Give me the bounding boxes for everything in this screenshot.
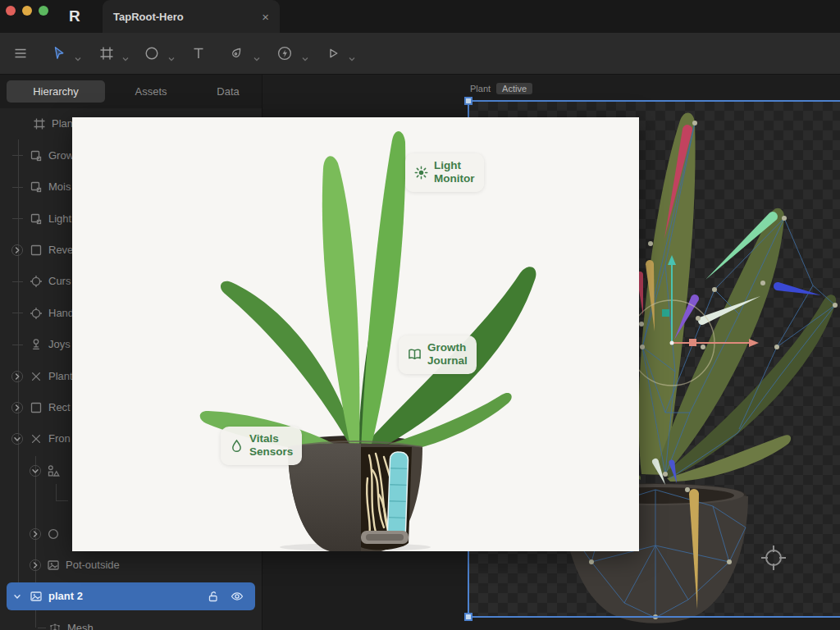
origin-crosshair-icon[interactable] [761, 546, 786, 570]
callout-label: Light [434, 159, 461, 171]
tree-item-label: Fron [48, 432, 71, 445]
rect-icon [30, 401, 43, 414]
zoom-window-button[interactable] [39, 6, 48, 16]
tree-item-label: Mois [48, 180, 71, 193]
expand-arrow-icon[interactable] [11, 370, 24, 383]
pen-tool-dropdown-icon[interactable] [253, 50, 260, 65]
artboard-status-badge[interactable]: Active [496, 83, 532, 94]
toolbar [0, 33, 840, 75]
lock-icon[interactable] [207, 590, 220, 603]
callout-label: Growth [427, 341, 466, 354]
artboard-header: Plant Active [470, 83, 532, 94]
tree-item-label: Mesh [67, 622, 94, 630]
shapes-icon [47, 464, 60, 477]
artboard-name-label[interactable]: Plant [470, 84, 491, 94]
tree-connector-tick [12, 345, 23, 345]
selection-handle-bottom-left[interactable] [464, 613, 472, 621]
tree-item-label: Hand [48, 307, 74, 319]
document-tab[interactable]: TapRoot-Hero × [103, 0, 280, 33]
play-tool-icon[interactable] [325, 44, 341, 62]
close-window-button[interactable] [6, 6, 16, 16]
layout-icon [30, 212, 43, 226]
layout-icon [30, 180, 43, 194]
tree-item-mesh[interactable]: Mesh [0, 613, 262, 630]
callout-label: Vitals [249, 432, 279, 445]
collapse-arrow-icon[interactable] [29, 464, 42, 477]
tree-item-pot-outside[interactable]: Pot-outside [0, 550, 262, 581]
pen-tool-icon[interactable] [228, 44, 244, 62]
window-controls [6, 6, 48, 16]
tree-item-label: plant 2 [48, 590, 83, 602]
ellipse-tool-icon[interactable] [144, 44, 160, 62]
target-icon [30, 307, 43, 320]
select-tool-dropdown-icon[interactable] [75, 50, 81, 65]
callout-label: Journal [427, 354, 468, 367]
titlebar: R TapRoot-Hero × [0, 0, 840, 33]
ellipse-icon [47, 527, 60, 541]
callout-vitals-sensors: Vitals Sensors [221, 427, 302, 465]
tree-connector-tick [12, 281, 23, 282]
hero-plant-illustration [72, 117, 639, 551]
tree-item-label: Curs [48, 275, 71, 287]
tree-item-label: Rect [48, 401, 71, 413]
frame-tool-dropdown-icon[interactable] [122, 50, 129, 65]
expand-arrow-icon[interactable] [29, 559, 42, 572]
target-icon [30, 275, 43, 288]
image-icon [47, 559, 60, 572]
document-tab-title: TapRoot-Hero [113, 11, 262, 23]
rive-editor-window: R TapRoot-Hero × [0, 0, 840, 630]
node-icon [30, 370, 43, 383]
callout-light-monitor: Light Monitor [405, 153, 484, 192]
eye-icon[interactable] [231, 590, 244, 603]
expand-arrow-icon[interactable] [11, 401, 24, 414]
frame-tool-icon[interactable] [98, 44, 115, 62]
artboard-icon [33, 117, 46, 130]
sun-icon [414, 166, 428, 180]
rect-icon [30, 244, 43, 257]
node-icon [30, 432, 43, 445]
minimize-window-button[interactable] [22, 6, 32, 16]
play-tool-dropdown-icon[interactable] [349, 50, 355, 65]
tree-item-label: Joys [48, 338, 71, 350]
hero-image-overlay: Light Monitor Growth Journal Vitals Sens… [72, 117, 639, 551]
expand-arrow-icon[interactable] [29, 527, 42, 541]
tree-connector-tick [12, 313, 23, 313]
animate-tool-dropdown-icon[interactable] [302, 50, 308, 65]
tree-connector-tick [12, 187, 23, 188]
expand-arrow-icon[interactable] [11, 244, 24, 257]
tree-connector-tick [38, 628, 46, 628]
callout-label: Sensors [249, 445, 293, 458]
collapse-arrow-icon[interactable] [11, 590, 24, 603]
tree-item-label: Reve [48, 244, 73, 256]
mesh-icon [48, 622, 62, 630]
close-tab-icon[interactable]: × [262, 11, 269, 23]
selection-edge-bottom [468, 616, 840, 618]
text-tool-icon[interactable] [190, 44, 207, 62]
animate-tool-icon[interactable] [276, 44, 293, 62]
image-icon [30, 590, 43, 603]
callout-label: Monitor [434, 172, 475, 185]
ellipse-tool-dropdown-icon[interactable] [168, 50, 175, 65]
tree-item-plant-2[interactable]: plant 2 [0, 581, 262, 612]
layout-icon [30, 149, 43, 162]
book-icon [408, 348, 422, 362]
rive-logo[interactable]: R [69, 7, 80, 25]
tree-connector-tick [12, 155, 23, 156]
tree-connector-tick [12, 218, 23, 219]
joystick-icon [30, 338, 43, 351]
menu-icon[interactable] [12, 44, 29, 62]
select-tool-icon[interactable] [51, 44, 67, 62]
selection-edge-top [468, 100, 840, 102]
callout-growth-journal: Growth Journal [399, 336, 477, 374]
selection-handle-top-left[interactable] [464, 97, 472, 105]
tree-item-label: Pot-outside [66, 559, 120, 571]
droplet-icon [230, 439, 244, 453]
collapse-arrow-icon[interactable] [11, 432, 24, 445]
tree-item-label: Light [48, 212, 71, 225]
tree-item-label: Plant [48, 370, 73, 382]
tree-item-label: Grow [48, 149, 74, 162]
